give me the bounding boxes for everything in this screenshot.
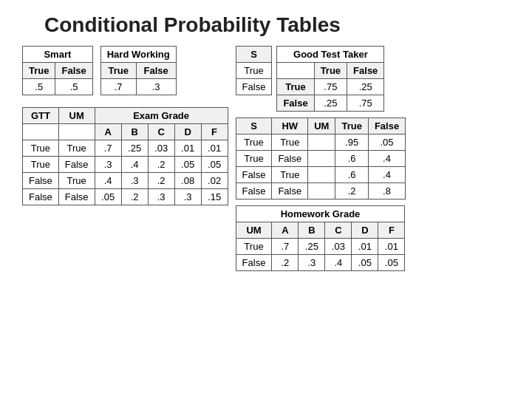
gtt-um-table: GTT UM Exam Grade A B C D F True True .7 (22, 107, 228, 205)
s-true: True (236, 63, 272, 79)
s-column-table: S True False (236, 46, 273, 95)
table-row: True .75 .25 (277, 79, 384, 95)
good-test-taker-table: Good Test Taker True False True .75 .25 … (276, 46, 384, 112)
smart-true-val: .5 (23, 79, 55, 95)
left-section: Smart True False .5 .5 Hard Workin (22, 46, 228, 271)
hg-c: C (325, 222, 352, 239)
homework-grade-label: Homework Grade (236, 206, 405, 222)
overlap-um-header: UM (308, 118, 335, 134)
col-exam-grade: Exam Grade (95, 108, 228, 124)
table-row: False True .4 .3 .2 .08 .02 (23, 173, 228, 189)
overlap-s-header: S (236, 118, 272, 134)
table-row: True False .6 .4 (236, 151, 406, 167)
gtt-row-false: False (277, 95, 314, 112)
hg-f: F (378, 222, 405, 239)
table-row: True True .95 .05 (236, 134, 406, 151)
right-top: S True False Good Test Taker True False (236, 46, 406, 112)
page-title: Conditional Probability Tables (0, 0, 532, 46)
smart-false-val: .5 (55, 79, 92, 95)
smart-label: Smart (23, 47, 93, 63)
top-tables: Smart True False .5 .5 Hard Workin (22, 46, 228, 95)
col-um: UM (58, 108, 95, 124)
hg-um: UM (236, 222, 272, 239)
hg-a: A (272, 222, 299, 239)
hw-false-header: False (136, 63, 176, 79)
table-row: False .2 .3 .4 .05 .05 (236, 255, 405, 271)
smart-table-wrapper: Smart True False .5 .5 (22, 46, 93, 95)
hw-false-val: .3 (136, 79, 176, 95)
overlap-true-header: True (335, 118, 368, 134)
overlap-table-wrapper: S HW UM True False True True .95 .05 Tru… (236, 117, 406, 200)
hg-d: D (352, 222, 378, 239)
smart-false-header: False (55, 63, 92, 79)
table-row: False True .6 .4 (236, 167, 406, 183)
hard-working-table-wrapper: Hard Working True False .7 .3 (100, 46, 177, 95)
table-row: True True .7 .25 .03 .01 .01 (23, 140, 228, 157)
table-row: True .7 .25 .03 .01 .01 (236, 239, 405, 255)
col-f: F (201, 124, 228, 140)
col-gtt: GTT (23, 108, 59, 124)
table-row: False False .05 .2 .3 .3 .15 (23, 189, 228, 205)
gtt-true-header: True (314, 63, 347, 79)
smart-table: Smart True False .5 .5 (22, 46, 93, 95)
col-c: C (148, 124, 174, 140)
hard-working-label: Hard Working (100, 47, 176, 63)
table-row: False .25 .75 (277, 95, 384, 112)
gtt-false-header: False (347, 63, 384, 79)
gtt-row-true: True (277, 79, 314, 95)
hg-b: B (299, 222, 325, 239)
gtt-um-table-wrapper: GTT UM Exam Grade A B C D F True True .7 (22, 107, 228, 205)
homework-grade-table: Homework Grade UM A B C D F True .7 .25 … (236, 205, 406, 271)
table-row: True False .3 .4 .2 .05 .05 (23, 157, 228, 173)
hard-working-table: Hard Working True False .7 .3 (100, 46, 177, 95)
smart-true-header: True (23, 63, 55, 79)
homework-grade-wrapper: Homework Grade UM A B C D F True .7 .25 … (236, 205, 406, 271)
right-section: S True False Good Test Taker True False (236, 46, 406, 271)
overlap-false-header: False (368, 118, 405, 134)
col-a: A (95, 124, 121, 140)
overlap-table: S HW UM True False True True .95 .05 Tru… (236, 117, 406, 200)
s-false: False (236, 79, 272, 95)
col-b: B (121, 124, 148, 140)
hw-true-val: .7 (100, 79, 136, 95)
table-row: False False .2 .8 (236, 183, 406, 200)
s-header: S (236, 47, 272, 63)
overlap-hw-header: HW (272, 118, 308, 134)
col-d: D (174, 124, 201, 140)
hw-true-header: True (100, 63, 136, 79)
gtt-label: Good Test Taker (277, 47, 384, 63)
